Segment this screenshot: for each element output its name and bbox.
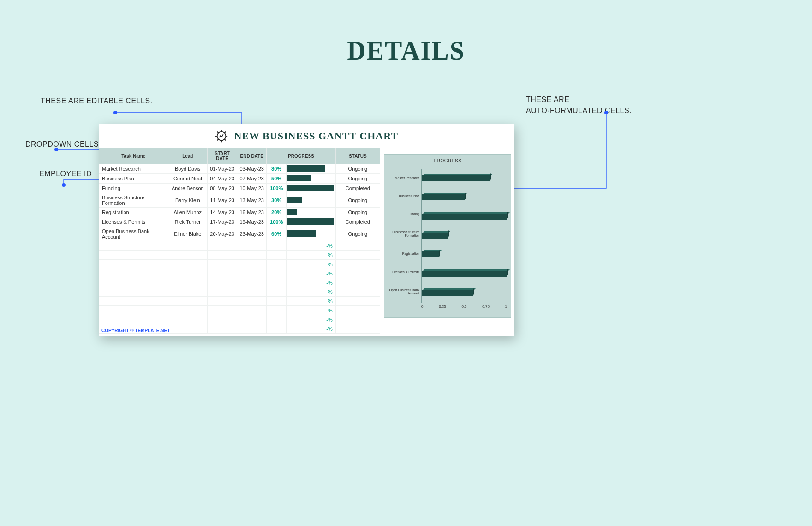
cell-start-date[interactable] <box>208 315 237 324</box>
cell-start-date[interactable] <box>208 306 237 315</box>
cell-status[interactable] <box>335 287 380 297</box>
cell-end-date[interactable] <box>237 260 267 269</box>
cell-lead-dropdown[interactable]: Andre Benson <box>168 184 207 193</box>
cell-status[interactable] <box>335 306 380 315</box>
cell-lead-dropdown[interactable]: Conrad Neal <box>168 174 207 184</box>
panel-header: NEW BUSINESS GANTT CHART <box>99 124 514 148</box>
cell-start-date[interactable]: 14-May-23 <box>208 208 237 217</box>
cell-start-date[interactable] <box>208 278 237 287</box>
cell-end-date[interactable] <box>237 251 267 260</box>
cell-task-name[interactable] <box>99 297 168 306</box>
cell-end-date[interactable]: 23-May-23 <box>237 227 267 241</box>
cell-end-date[interactable]: 19-May-23 <box>237 217 267 227</box>
cell-end-date[interactable]: 07-May-23 <box>237 174 267 184</box>
cell-status[interactable] <box>335 297 380 306</box>
cell-status[interactable] <box>335 315 380 324</box>
cell-status[interactable] <box>335 324 380 334</box>
cell-status[interactable] <box>335 251 380 260</box>
cell-lead-dropdown[interactable] <box>168 278 207 287</box>
cell-task-name[interactable]: Market Research <box>99 164 168 174</box>
cell-progress-percent: 60% <box>267 227 287 241</box>
cell-progress-placeholder: -% <box>286 315 335 324</box>
cell-task-name[interactable]: Business Structure Formation <box>99 193 168 208</box>
cell-lead-dropdown[interactable] <box>168 306 207 315</box>
cell-start-date[interactable] <box>208 287 237 297</box>
cell-status[interactable] <box>335 269 380 278</box>
cell-lead-dropdown[interactable] <box>168 315 207 324</box>
cell-status[interactable]: Ongoing <box>335 227 380 241</box>
cell-end-date[interactable]: 13-May-23 <box>237 193 267 208</box>
cell-start-date[interactable]: 17-May-23 <box>208 217 237 227</box>
cell-task-name[interactable]: Funding <box>99 184 168 193</box>
col-lead: Lead <box>168 148 207 164</box>
cell-status[interactable] <box>335 241 380 251</box>
cell-end-date[interactable] <box>237 241 267 251</box>
annotation-employee-id: EMPLOYEE ID <box>39 170 92 178</box>
page-title: DETAILS <box>0 36 812 66</box>
cell-lead-dropdown[interactable] <box>168 251 207 260</box>
cell-end-date[interactable] <box>237 269 267 278</box>
cell-task-name[interactable] <box>99 269 168 278</box>
cell-lead-dropdown[interactable] <box>168 241 207 251</box>
cell-status[interactable]: Completed <box>335 184 380 193</box>
cell-start-date[interactable]: 08-May-23 <box>208 184 237 193</box>
cell-end-date[interactable] <box>237 287 267 297</box>
cell-start-date[interactable] <box>208 297 237 306</box>
cell-start-date[interactable] <box>208 241 237 251</box>
cell-status[interactable] <box>335 260 380 269</box>
cell-start-date[interactable] <box>208 269 237 278</box>
cell-lead-dropdown[interactable] <box>168 324 207 334</box>
cell-end-date[interactable]: 10-May-23 <box>237 184 267 193</box>
cell-task-name[interactable]: Licenses & Permits <box>99 217 168 227</box>
cell-start-date[interactable]: 20-May-23 <box>208 227 237 241</box>
cell-task-name[interactable]: Open Business Bank Account <box>99 227 168 241</box>
cell-end-date[interactable] <box>237 278 267 287</box>
cell-status[interactable]: Ongoing <box>335 174 380 184</box>
cell-task-name[interactable]: Registration <box>99 208 168 217</box>
chart-category-label: Open Business Bank Account <box>388 288 421 295</box>
cell-task-name[interactable] <box>99 251 168 260</box>
cell-end-date[interactable] <box>237 324 267 334</box>
cell-end-date[interactable] <box>237 297 267 306</box>
progress-chart: PROGRESS Market ResearchBusiness PlanFun… <box>384 154 511 318</box>
cell-lead-dropdown[interactable]: Elmer Blake <box>168 227 207 241</box>
cell-task-name[interactable] <box>99 287 168 297</box>
cell-lead-dropdown[interactable]: Rick Turner <box>168 217 207 227</box>
chart-bar <box>422 250 507 259</box>
cell-task-name[interactable] <box>99 260 168 269</box>
cell-end-date[interactable]: 16-May-23 <box>237 208 267 217</box>
cell-start-date[interactable]: 04-May-23 <box>208 174 237 184</box>
cell-task-name[interactable] <box>99 306 168 315</box>
leader-dot <box>604 111 608 114</box>
cell-lead-dropdown[interactable]: Boyd Davis <box>168 164 207 174</box>
cell-status[interactable]: Ongoing <box>335 164 380 174</box>
cell-status[interactable] <box>335 278 380 287</box>
cell-task-name[interactable] <box>99 241 168 251</box>
chart-x-tick: 0.75 <box>482 305 490 313</box>
cell-lead-dropdown[interactable] <box>168 269 207 278</box>
cell-start-date[interactable] <box>208 324 237 334</box>
cell-status[interactable]: Completed <box>335 217 380 227</box>
cell-start-date[interactable]: 01-May-23 <box>208 164 237 174</box>
cell-lead-dropdown[interactable] <box>168 287 207 297</box>
cell-task-name[interactable] <box>99 315 168 324</box>
cell-start-date[interactable] <box>208 260 237 269</box>
cell-lead-dropdown[interactable] <box>168 297 207 306</box>
cell-start-date[interactable]: 11-May-23 <box>208 193 237 208</box>
cell-task-name[interactable]: Business Plan <box>99 174 168 184</box>
cell-lead-dropdown[interactable]: Allen Munoz <box>168 208 207 217</box>
cell-progress-percent: 50% <box>267 174 287 184</box>
cell-lead-dropdown[interactable] <box>168 260 207 269</box>
table-row: Business PlanConrad Neal04-May-2307-May-… <box>99 174 380 184</box>
cell-start-date[interactable] <box>208 251 237 260</box>
cell-end-date[interactable]: 03-May-23 <box>237 164 267 174</box>
cell-task-name[interactable] <box>99 278 168 287</box>
cell-status[interactable]: Ongoing <box>335 193 380 208</box>
cell-status[interactable]: Ongoing <box>335 208 380 217</box>
leader-dot <box>54 148 58 151</box>
cell-lead-dropdown[interactable]: Barry Klein <box>168 193 207 208</box>
cell-progress-percent <box>267 306 287 315</box>
cell-progress-bar <box>286 164 335 174</box>
cell-end-date[interactable] <box>237 306 267 315</box>
cell-end-date[interactable] <box>237 315 267 324</box>
